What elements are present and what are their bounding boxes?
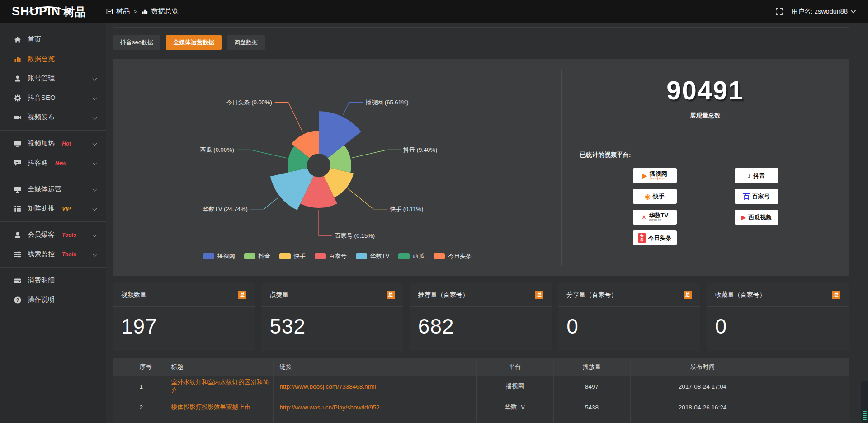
total-badge: 总 — [832, 291, 840, 299]
total-badge: 总 — [684, 291, 692, 299]
sidebar-item-视频发布[interactable]: 视频发布 — [0, 108, 106, 127]
stat-card-header: 点赞量总 — [261, 283, 403, 307]
tab-全媒体运营数据[interactable]: 全媒体运营数据 — [166, 35, 222, 50]
stat-card-header: 推荐量（百家号）总 — [410, 283, 552, 307]
stat-card-header: 收藏量（百家号）总 — [707, 283, 849, 307]
chevron-down-icon — [93, 141, 97, 146]
sidebar-item-数据总览[interactable]: 数据总览 — [0, 49, 106, 69]
table-row-partial — [113, 418, 849, 423]
platform-name: 抖音 — [753, 173, 765, 179]
platform-name: 播视网boosj.com — [650, 171, 667, 180]
sidebar-item-label: 首页 — [28, 35, 41, 44]
sidebar-item-全媒体运营[interactable]: 全媒体运营 — [0, 179, 106, 199]
pie-label-华数TV: 华数TV (24.74%) — [203, 206, 248, 212]
widget-stripe — [863, 417, 867, 418]
chevron-down-icon — [93, 233, 97, 237]
pie-label-今日头条: 今日头条 (0.00%) — [226, 99, 272, 106]
legend-item-今日头条[interactable]: 今日头条 — [434, 252, 472, 260]
legend-item-百家号[interactable]: 百家号 — [315, 252, 347, 260]
select-all-header — [113, 358, 133, 376]
cell-empty — [775, 418, 849, 423]
breadcrumb-root[interactable]: 树品 — [116, 7, 130, 16]
board-icon — [106, 8, 113, 15]
stat-card-分享量（百家号）: 分享量（百家号）总0 — [558, 283, 700, 351]
chevron-down-icon — [93, 96, 97, 100]
legend-item-华数TV[interactable]: 华数TV — [356, 252, 390, 260]
platform-badge-百家号: 百百家号 — [735, 189, 778, 204]
pie-label-西瓜: 西瓜 (0.00%) — [200, 146, 234, 153]
sidebar-item-会员爆客[interactable]: 会员爆客Tools — [0, 225, 106, 244]
stat-card-收藏量（百家号）: 收藏量（百家号）总0 — [707, 283, 849, 351]
platform-sub: boosj.com — [650, 177, 667, 180]
sidebar-divider — [0, 267, 106, 268]
pie-label-line-今日头条 — [275, 102, 303, 132]
platform-logo-icon: ♪ — [748, 172, 751, 179]
overview-panel: 播视网 (65.61%)抖音 (9.40%)快手 (0.11%)百家号 (0.1… — [113, 59, 849, 276]
legend-label: 快手 — [294, 252, 306, 260]
platform-logo-icon: ▶ — [642, 172, 647, 179]
breadcrumb-separator: > — [134, 8, 137, 15]
username[interactable]: 用户名: zswodun88 — [791, 7, 854, 16]
stat-card-header: 分享量（百家号）总 — [558, 283, 700, 307]
widget-stripe — [863, 413, 867, 414]
sidebar-item-矩阵助推[interactable]: 矩阵助推VIP — [0, 199, 106, 218]
wallet-icon — [14, 277, 22, 285]
sidebar-item-label: 操作说明 — [28, 296, 55, 304]
widget-stripe — [863, 419, 867, 421]
monitor-icon — [14, 140, 22, 148]
video-icon — [14, 113, 22, 122]
cell-link — [273, 418, 476, 423]
legend-item-西瓜[interactable]: 西瓜 — [398, 252, 425, 260]
fullscreen-icon[interactable] — [775, 8, 783, 15]
sidebar-item-消费明细[interactable]: 消费明细 — [0, 271, 106, 290]
cell-plays: 8497 — [553, 376, 630, 397]
legend-label: 播视网 — [217, 252, 235, 260]
floating-widget[interactable] — [861, 381, 868, 423]
total-badge: 总 — [535, 291, 543, 299]
sidebar-item-抖音SEO[interactable]: 抖音SEO — [0, 88, 106, 108]
sidebar-item-label: 账号管理 — [28, 74, 55, 83]
home-icon — [14, 36, 22, 44]
sidebar-item-操作说明[interactable]: ?操作说明 — [0, 290, 106, 310]
app-logo: SHUPIN 树品 — [0, 5, 106, 18]
platform-logo-icon: 头条 — [638, 233, 646, 243]
header-right: 用户名: zswodun88 — [775, 7, 868, 16]
sidebar-item-首页[interactable]: 首页 — [0, 30, 106, 49]
sidebar-item-抖客通[interactable]: 抖客通New — [0, 153, 106, 173]
stat-card-label: 点赞量 — [269, 291, 288, 299]
column-header-发布时间: 发布时间 — [630, 358, 775, 376]
pie-label-抖音: 抖音 (9.40%) — [403, 146, 437, 153]
widget-stripe — [863, 415, 867, 417]
grid-icon — [14, 205, 22, 213]
stat-card-视频数量: 视频数量总197 — [113, 283, 255, 351]
sidebar-item-账号管理[interactable]: 账号管理 — [0, 69, 106, 88]
cell-no — [133, 418, 165, 423]
legend-label: 华数TV — [370, 252, 390, 260]
sidebar-item-label: 矩阵助推 — [28, 204, 55, 213]
cell-platform: 播视网 — [476, 376, 553, 397]
cell-empty — [775, 376, 849, 397]
stat-card-label: 视频数量 — [121, 291, 146, 299]
sidebar-item-badge: VIP — [62, 206, 71, 212]
pie-label-line-百家号 — [319, 210, 332, 235]
pie-label-line-播视网 — [343, 102, 363, 115]
video-url-link[interactable]: http://www.boosj.com/7338468.html — [280, 383, 376, 390]
sidebar-item-视频加热[interactable]: 视频加热Hot — [0, 134, 106, 153]
main-content: 抖音seo数据全媒体运营数据询盘数据 播视网 (65.61%)抖音 (9.40%… — [106, 23, 868, 423]
cell-empty — [775, 397, 849, 418]
tab-询盘数据[interactable]: 询盘数据 — [227, 35, 265, 50]
video-title-link[interactable]: 楼体投影灯投影效果震撼上市 — [171, 404, 251, 410]
legend-item-播视网[interactable]: 播视网 — [203, 252, 235, 260]
pie-label-line-快手 — [348, 189, 387, 209]
video-url-link[interactable]: http://www.wasu.cn/Play/show/id/952... — [280, 404, 385, 411]
impressions-total-label: 展现量总数 — [562, 112, 849, 120]
sidebar-item-线索监控[interactable]: 线索监控Tools — [0, 244, 106, 264]
legend-item-抖音[interactable]: 抖音 — [244, 252, 270, 260]
video-title-link[interactable]: 室外水纹灯和室内水纹灯的区别和简介 — [171, 379, 269, 394]
chat-icon — [14, 159, 22, 167]
table-row: 1室外水纹灯和室内水纹灯的区别和简介http://www.boosj.com/7… — [113, 376, 849, 397]
legend-item-快手[interactable]: 快手 — [279, 252, 306, 260]
column-header-平台: 平台 — [476, 358, 553, 376]
tab-抖音seo数据[interactable]: 抖音seo数据 — [113, 35, 160, 50]
totals-divider — [580, 131, 830, 131]
